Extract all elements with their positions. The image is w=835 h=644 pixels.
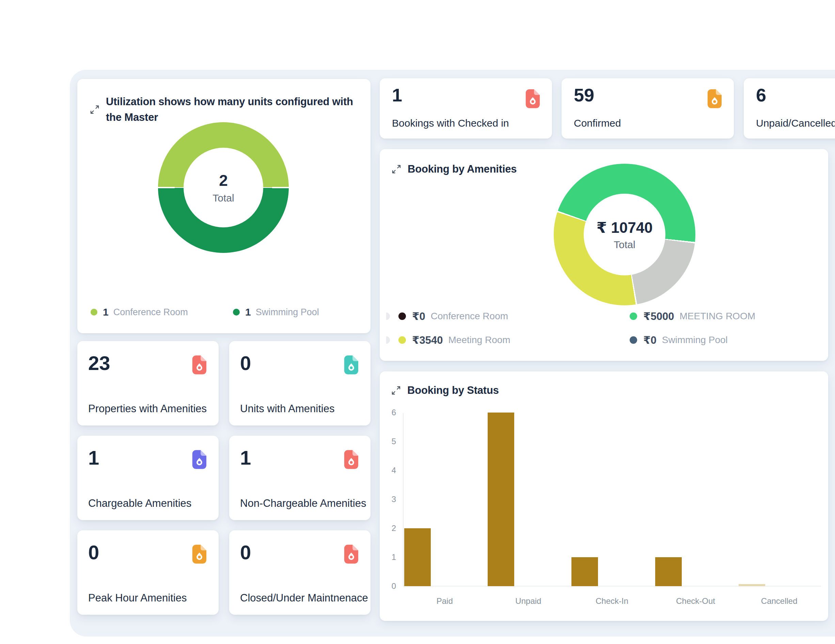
booking-by-status-card: Booking by Status 0123456PaidUnpaidCheck…	[380, 371, 828, 621]
legend-value: ₹5000	[643, 310, 674, 323]
y-axis-tick-4: 4	[382, 465, 396, 475]
mini-card-peak-hour-amenities: 0 Peak Hour Amenities	[77, 530, 219, 615]
x-axis-label-check-in: Check-In	[575, 596, 650, 606]
amenities-card-header: Booking by Amenities	[391, 161, 517, 177]
legend-label: Swimming Pool	[256, 307, 319, 318]
mini-card-value: 1	[240, 446, 251, 469]
x-axis-label-cancelled: Cancelled	[742, 596, 817, 606]
mini-card-units-with-amenities: 0 Units with Amenities	[229, 341, 370, 425]
legend-label: Conference Room	[114, 307, 188, 318]
mini-card-label: Peak Hour Amenities	[88, 592, 187, 605]
mini-card-non-chargeable-amenities: 1 Non-Chargeable Amenities	[229, 436, 370, 520]
stat-value: 1	[392, 84, 402, 106]
file-icon	[191, 450, 206, 469]
donut-total-value: ₹ 10740	[596, 219, 653, 236]
legend-dot	[233, 309, 240, 316]
legend-item: ₹0 Conference Room	[398, 309, 630, 324]
legend-dot	[398, 313, 406, 320]
file-icon	[343, 355, 358, 375]
bar-check-in	[572, 557, 598, 586]
bar-paid	[404, 528, 431, 586]
mini-card-label: Units with Amenities	[240, 402, 335, 415]
mini-card-label: Non-Chargeable Amenities	[240, 497, 366, 510]
expand-icon[interactable]	[89, 104, 100, 115]
file-icon	[343, 545, 358, 564]
mini-card-label: Properties with Amenities	[88, 402, 207, 415]
utilization-card: Utilization shows how many units configu…	[77, 79, 370, 333]
file-icon	[524, 89, 540, 108]
mini-card-chargeable-amenities: 1 Chargeable Amenities	[77, 436, 219, 520]
status-bar-chart: 0123456PaidUnpaidCheck-InCheck-OutCancel…	[380, 371, 828, 621]
file-icon	[343, 450, 358, 469]
y-axis-tick-5: 5	[382, 436, 396, 446]
legend-label: Conference Room	[431, 311, 508, 322]
file-icon	[191, 355, 206, 375]
y-axis-tick-6: 6	[382, 407, 396, 418]
donut-center: 2 Total	[184, 148, 263, 227]
amenities-card-title: Booking by Amenities	[408, 161, 517, 177]
donut-total-value: 2	[219, 171, 228, 190]
amenities-donut-chart: ₹ 10740 Total	[554, 164, 695, 305]
mini-card-value: 0	[240, 352, 251, 375]
legend-dot	[630, 313, 637, 320]
booking-by-amenities-card: Booking by Amenities ₹ 10740 Total ₹0 Co…	[380, 149, 828, 361]
y-axis-line	[403, 413, 403, 586]
legend-value: ₹3540	[412, 334, 443, 347]
utilization-legend: 1 Conference Room 1 Swimming Pool	[91, 307, 319, 318]
stat-value: 59	[574, 84, 594, 106]
mini-card-closed-under-maintenance: 0 Closed/Under Maintnenace	[229, 530, 370, 615]
x-axis-label-paid: Paid	[407, 596, 482, 606]
mini-card-value: 1	[88, 446, 99, 469]
stat-card-confirmed: 59 Confirmed	[562, 78, 734, 138]
legend-item: ₹3540 Meeting Room	[398, 333, 630, 347]
legend-item: 1 Swimming Pool	[233, 307, 319, 318]
legend-label: Meeting Room	[448, 334, 510, 346]
y-axis-tick-1: 1	[382, 552, 396, 562]
mini-card-properties-with-amenities: 23 Properties with Amenities	[77, 341, 219, 425]
donut-total-label: Total	[614, 239, 635, 250]
legend-item: ₹5000 MEETING ROOM	[630, 309, 824, 324]
y-axis-tick-0: 0	[382, 581, 396, 591]
bar-check-out	[655, 557, 682, 586]
stat-card-bookings-checked-in: 1 Bookings with Checked in	[380, 78, 552, 138]
utilization-card-header: Utilization shows how many units configu…	[89, 94, 359, 125]
stat-label: Confirmed	[574, 117, 621, 130]
legend-dot	[630, 336, 637, 344]
donut-total-label: Total	[213, 192, 234, 204]
legend-value: ₹0	[412, 310, 425, 323]
file-icon	[706, 89, 721, 108]
legend-dot	[91, 309, 97, 316]
legend-item: 1 Conference Room	[91, 307, 233, 318]
stat-card-unpaid-cancelled: 6 Unpaid/Cancelled	[744, 78, 835, 138]
stat-label: Unpaid/Cancelled	[756, 117, 835, 130]
y-axis-tick-3: 3	[382, 494, 396, 504]
x-axis-label-unpaid: Unpaid	[491, 596, 565, 606]
bar-cancelled	[739, 584, 765, 586]
utilization-card-title: Utilization shows how many units configu…	[106, 94, 359, 125]
bar-unpaid	[487, 412, 514, 586]
clipped-legend-dot	[386, 313, 390, 320]
y-axis-tick-2: 2	[382, 523, 396, 534]
mini-card-label: Chargeable Amenities	[88, 497, 192, 510]
legend-label: Swimming Pool	[662, 334, 728, 346]
mini-card-value: 23	[88, 352, 110, 375]
legend-label: MEETING ROOM	[680, 311, 755, 322]
amenities-legend: ₹0 Conference Room ₹5000 MEETING ROOM ₹3…	[398, 309, 824, 347]
mini-card-grid: 23 Properties with Amenities 0 Units wit…	[77, 341, 370, 615]
x-axis-label-check-out: Check-Out	[658, 596, 733, 606]
mini-card-label: Closed/Under Maintnenace	[240, 592, 368, 605]
legend-value: 1	[245, 307, 251, 318]
legend-item: ₹0 Swimming Pool	[630, 333, 824, 347]
stat-label: Bookings with Checked in	[392, 117, 509, 130]
mini-card-value: 0	[240, 541, 251, 564]
utilization-donut-chart: 2 Total	[158, 122, 289, 253]
clipped-legend-dot	[386, 336, 390, 344]
legend-value: ₹0	[643, 334, 656, 347]
legend-value: 1	[103, 307, 109, 318]
donut-center: ₹ 10740 Total	[584, 194, 665, 275]
mini-card-value: 0	[88, 541, 99, 564]
file-icon	[191, 545, 206, 564]
expand-icon[interactable]	[391, 164, 401, 174]
legend-dot	[398, 336, 406, 344]
stat-value: 6	[756, 84, 766, 106]
